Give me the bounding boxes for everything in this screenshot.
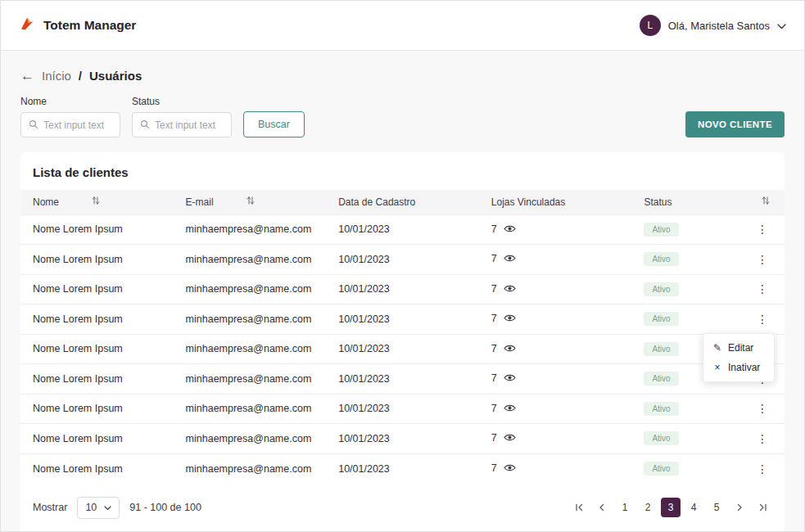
cell-email: minhaempresa@name.com	[174, 245, 327, 275]
kebab-menu-icon[interactable]: ⋮	[757, 223, 768, 236]
kebab-menu-icon[interactable]: ⋮	[757, 432, 768, 445]
close-icon: ×	[712, 362, 722, 373]
cell-nome: Nome Lorem Ipsum	[20, 394, 174, 424]
breadcrumb-separator: /	[79, 69, 82, 83]
status-badge: Ativo	[644, 402, 678, 416]
back-arrow-icon[interactable]: ←	[20, 69, 34, 83]
clients-card: Lista de clientes Nome	[20, 152, 785, 532]
avatar: L	[640, 15, 661, 36]
status-badge: Ativo	[644, 282, 678, 296]
novo-cliente-button[interactable]: NOVO CLIENTE	[685, 111, 785, 138]
page-button[interactable]: 1	[615, 498, 635, 517]
mostrar-label: Mostrar	[33, 502, 67, 513]
column-header-email[interactable]: E-mail	[174, 190, 327, 214]
table-row: Nome Lorem Ipsum minhaempresa@name.com 1…	[20, 453, 785, 484]
user-menu[interactable]: L Olá, Maristela Santos	[640, 15, 786, 36]
first-page-button[interactable]	[569, 498, 589, 517]
kebab-menu-icon[interactable]: ⋮	[757, 282, 768, 295]
table-row: Nome Lorem Ipsum minhaempresa@name.com 1…	[20, 274, 785, 304]
pagination-range: 91 - 100 de 100	[129, 502, 201, 513]
cell-email: minhaempresa@name.com	[174, 364, 327, 394]
cell-email: minhaempresa@name.com	[174, 334, 327, 364]
cell-nome: Nome Lorem Ipsum	[20, 453, 174, 484]
breadcrumb-inicio[interactable]: Início	[42, 69, 71, 83]
pencil-icon: ✎	[712, 342, 722, 354]
cell-data-cadastro: 10/01/2023	[326, 274, 479, 304]
column-header-nome[interactable]: Nome	[20, 190, 174, 214]
cell-email: minhaempresa@name.com	[174, 394, 327, 424]
page-button[interactable]: 2	[638, 498, 658, 517]
pagination-bar: Mostrar 10 91 - 100 de 100 12345	[20, 484, 785, 532]
eye-icon[interactable]	[504, 313, 516, 325]
status-badge: Ativo	[644, 312, 678, 326]
sort-icon[interactable]	[246, 196, 255, 208]
status-filter-inputbox	[132, 112, 232, 138]
cell-status: Ativo	[631, 394, 746, 424]
kebab-menu-icon[interactable]: ⋮	[757, 462, 768, 476]
logo-icon	[19, 16, 35, 35]
eye-icon[interactable]	[504, 284, 516, 295]
page-button[interactable]: 5	[707, 498, 726, 517]
status-badge: Ativo	[644, 342, 678, 356]
cell-lojas: 7	[479, 394, 632, 424]
column-header-actions[interactable]	[746, 190, 785, 214]
breadcrumb: ← Início / Usuários	[20, 69, 785, 83]
cell-lojas: 7	[479, 453, 632, 484]
table-row: Nome Lorem Ipsum minhaempresa@name.com 1…	[20, 334, 785, 364]
status-filter-field: Status	[132, 96, 232, 138]
cell-actions: ⋮	[746, 274, 785, 304]
menu-item-inativar[interactable]: × Inativar	[703, 358, 774, 377]
status-filter-input[interactable]	[155, 119, 224, 131]
page-button[interactable]: 3	[661, 498, 681, 517]
table-row: Nome Lorem Ipsum minhaempresa@name.com 1…	[20, 214, 785, 245]
cell-lojas: 7	[479, 245, 632, 275]
cell-email: minhaempresa@name.com	[174, 453, 327, 484]
menu-item-editar[interactable]: ✎ Editar	[703, 338, 774, 358]
eye-icon[interactable]	[504, 224, 516, 236]
cell-nome: Nome Lorem Ipsum	[20, 304, 174, 335]
kebab-menu-icon[interactable]: ⋮	[757, 402, 768, 415]
column-header-lojas: Lojas Vinculadas	[479, 190, 632, 214]
status-badge: Ativo	[644, 252, 678, 266]
column-header-data-cadastro: Data de Cadastro	[326, 190, 479, 214]
kebab-menu-icon[interactable]: ⋮	[757, 313, 768, 326]
cell-status: Ativo	[631, 245, 746, 275]
cell-lojas: 7	[479, 274, 632, 304]
eye-icon[interactable]	[504, 373, 516, 385]
chevron-down-icon	[777, 18, 786, 33]
brand: Totem Manager	[19, 16, 136, 35]
eye-icon[interactable]	[504, 404, 516, 415]
last-page-button[interactable]	[753, 498, 772, 517]
cell-lojas: 7	[479, 214, 632, 245]
app-window: Totem Manager L Olá, Maristela Santos ← …	[0, 0, 805, 532]
prev-page-button[interactable]	[592, 498, 612, 517]
buscar-button[interactable]: Buscar	[243, 111, 305, 138]
cell-nome: Nome Lorem Ipsum	[20, 274, 174, 304]
cell-lojas: 7	[479, 364, 632, 394]
cell-status: Ativo	[631, 274, 746, 304]
kebab-menu-icon[interactable]: ⋮	[757, 253, 768, 266]
status-badge: Ativo	[644, 462, 678, 476]
nome-filter-input[interactable]	[43, 119, 112, 131]
eye-icon[interactable]	[504, 433, 516, 444]
cell-actions: ⋮	[746, 214, 785, 245]
cell-status: Ativo	[631, 424, 746, 454]
sort-icon[interactable]	[762, 196, 770, 208]
card-title: Lista de clientes	[20, 152, 785, 190]
app-title: Totem Manager	[43, 18, 136, 33]
cell-data-cadastro: 10/01/2023	[326, 364, 479, 394]
eye-icon[interactable]	[504, 344, 516, 355]
cell-status: Ativo	[631, 304, 746, 335]
sort-icon[interactable]	[92, 196, 100, 208]
eye-icon[interactable]	[504, 463, 516, 475]
next-page-button[interactable]	[730, 498, 749, 517]
cell-nome: Nome Lorem Ipsum	[20, 214, 174, 245]
table-row: Nome Lorem Ipsum minhaempresa@name.com 1…	[20, 424, 785, 454]
cell-actions: ⋮	[746, 394, 785, 424]
per-page-select[interactable]: 10	[77, 497, 120, 519]
row-context-menu: ✎ Editar × Inativar	[703, 333, 775, 382]
page-button[interactable]: 4	[684, 498, 703, 517]
cell-status: Ativo	[631, 214, 746, 245]
breadcrumb-usuarios: Usuários	[89, 69, 142, 83]
eye-icon[interactable]	[504, 254, 516, 265]
